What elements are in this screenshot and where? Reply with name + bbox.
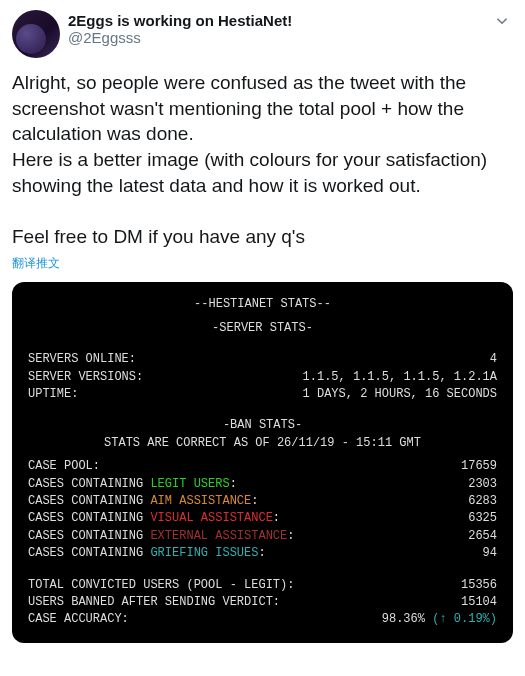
label-case-pool: CASE POOL:: [28, 458, 100, 475]
row-uptime: UPTIME: 1 DAYS, 2 HOURS, 16 SECONDS: [28, 386, 497, 403]
handle[interactable]: @2Eggsss: [68, 29, 292, 46]
tweet-text: Alright, so people were confused as the …: [12, 70, 513, 249]
avatar[interactable]: [12, 10, 60, 58]
label-grief-prefix: CASES CONTAINING: [28, 546, 150, 560]
label-accuracy: CASE ACCURACY:: [28, 611, 129, 628]
section-server-stats: -SERVER STATS-: [28, 320, 497, 337]
row-server-versions: SERVER VERSIONS: 1.1.5, 1.1.5, 1.1.5, 1.…: [28, 369, 497, 386]
label-aim-colored: AIM ASSISTANCE: [150, 494, 251, 508]
tweet-header: 2Eggs is working on HestiaNet! @2Eggsss: [12, 10, 513, 58]
label-external: CASES CONTAINING EXTERNAL ASSISTANCE:: [28, 528, 294, 545]
value-external: 2654: [468, 528, 497, 545]
row-accuracy: CASE ACCURACY: 98.36% (↑ 0.19%): [28, 611, 497, 628]
row-visual: CASES CONTAINING VISUAL ASSISTANCE: 6325: [28, 510, 497, 527]
label-external-suffix: :: [287, 529, 294, 543]
label-visual-suffix: :: [273, 511, 280, 525]
value-accuracy-pct: 98.36%: [382, 612, 432, 626]
row-grief: CASES CONTAINING GRIEFING ISSUES: 94: [28, 545, 497, 562]
label-servers-online: SERVERS ONLINE:: [28, 351, 136, 368]
label-aim: CASES CONTAINING AIM ASSISTANCE:: [28, 493, 258, 510]
tweet-container: 2Eggs is working on HestiaNet! @2Eggsss …: [0, 0, 525, 272]
label-convicted: TOTAL CONVICTED USERS (POOL - LEGIT):: [28, 577, 294, 594]
label-external-colored: EXTERNAL ASSISTANCE: [150, 529, 287, 543]
label-legit-suffix: :: [230, 477, 237, 491]
label-visual-colored: VISUAL ASSISTANCE: [150, 511, 272, 525]
row-aim: CASES CONTAINING AIM ASSISTANCE: 6283: [28, 493, 497, 510]
row-case-pool: CASE POOL: 17659: [28, 458, 497, 475]
label-banned: USERS BANNED AFTER SENDING VERDICT:: [28, 594, 280, 611]
value-server-versions: 1.1.5, 1.1.5, 1.1.5, 1.2.1A: [303, 369, 497, 386]
display-name[interactable]: 2Eggs is working on HestiaNet!: [68, 12, 292, 29]
label-aim-prefix: CASES CONTAINING: [28, 494, 150, 508]
value-convicted: 15356: [461, 577, 497, 594]
label-grief: CASES CONTAINING GRIEFING ISSUES:: [28, 545, 266, 562]
chevron-down-icon[interactable]: [491, 10, 513, 36]
stats-asof: STATS ARE CORRECT AS OF 26/11/19 - 15:11…: [28, 435, 497, 452]
label-legit-colored: LEGIT USERS: [150, 477, 229, 491]
label-visual: CASES CONTAINING VISUAL ASSISTANCE:: [28, 510, 280, 527]
translate-link[interactable]: 翻译推文: [12, 255, 60, 272]
section-ban-stats: -BAN STATS-: [28, 417, 497, 434]
terminal-title: --HESTIANET STATS--: [28, 296, 497, 313]
label-grief-suffix: :: [258, 546, 265, 560]
value-aim: 6283: [468, 493, 497, 510]
row-servers-online: SERVERS ONLINE: 4: [28, 351, 497, 368]
label-aim-suffix: :: [251, 494, 258, 508]
value-accuracy-delta: (↑ 0.19%): [432, 612, 497, 626]
value-case-pool: 17659: [461, 458, 497, 475]
terminal-screenshot: --HESTIANET STATS-- -SERVER STATS- SERVE…: [12, 282, 513, 642]
row-legit: CASES CONTAINING LEGIT USERS: 2303: [28, 476, 497, 493]
row-banned: USERS BANNED AFTER SENDING VERDICT: 1510…: [28, 594, 497, 611]
value-servers-online: 4: [490, 351, 497, 368]
label-grief-colored: GRIEFING ISSUES: [150, 546, 258, 560]
label-legit: CASES CONTAINING LEGIT USERS:: [28, 476, 237, 493]
row-external: CASES CONTAINING EXTERNAL ASSISTANCE: 26…: [28, 528, 497, 545]
value-banned: 15104: [461, 594, 497, 611]
label-legit-prefix: CASES CONTAINING: [28, 477, 150, 491]
label-uptime: UPTIME:: [28, 386, 78, 403]
label-external-prefix: CASES CONTAINING: [28, 529, 150, 543]
value-uptime: 1 DAYS, 2 HOURS, 16 SECONDS: [303, 386, 497, 403]
value-visual: 6325: [468, 510, 497, 527]
value-accuracy: 98.36% (↑ 0.19%): [382, 611, 497, 628]
value-legit: 2303: [468, 476, 497, 493]
row-convicted: TOTAL CONVICTED USERS (POOL - LEGIT): 15…: [28, 577, 497, 594]
value-grief: 94: [483, 545, 497, 562]
label-visual-prefix: CASES CONTAINING: [28, 511, 150, 525]
name-block: 2Eggs is working on HestiaNet! @2Eggsss: [68, 10, 292, 46]
label-server-versions: SERVER VERSIONS:: [28, 369, 143, 386]
